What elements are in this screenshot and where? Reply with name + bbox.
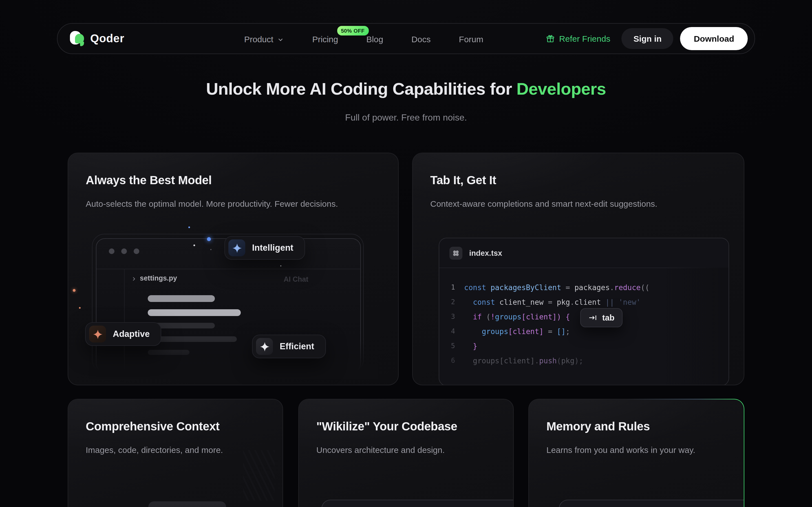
- code-editor-window: index.tsx 1const packagesByClient = pack…: [439, 238, 729, 385]
- star-icon-white-tile: [256, 338, 273, 355]
- hero-title: Unlock More AI Coding Capabilities for D…: [0, 79, 812, 99]
- badge-adaptive: Adaptive: [85, 322, 161, 346]
- file-name: settings.py: [140, 274, 177, 282]
- editor-header: index.tsx: [439, 238, 728, 268]
- tab-key-label: tab: [602, 313, 615, 322]
- card-wikilize-description: Uncovers architecture and design.: [316, 443, 502, 457]
- sparkle-dot: [207, 237, 211, 241]
- sparkle-dot: [280, 265, 282, 267]
- sparkle-dot: [188, 226, 190, 228]
- badge-intelligent-label: Intelligent: [252, 243, 293, 253]
- skeleton-bar: [148, 309, 241, 316]
- hero-title-highlight: Developers: [516, 79, 606, 98]
- card-wikilize: "Wikilize" Your Codebase Uncovers archit…: [298, 399, 514, 507]
- page: Qoder Product Pricing 50% OFF Blog Docs …: [0, 0, 812, 507]
- code-line: 1const packagesByClient = packages.reduc…: [439, 280, 728, 295]
- card-best-model: Always the Best Model Auto-selects the o…: [68, 153, 399, 385]
- star-icon-orange-tile: [89, 326, 106, 342]
- peek-window: [559, 500, 744, 507]
- refer-friends-label: Refer Friends: [559, 34, 610, 43]
- window-dot: [134, 248, 139, 254]
- file-breadcrumb: › settings.py: [133, 274, 177, 282]
- hero-title-prefix: Unlock More AI Coding Capabilities for: [206, 79, 516, 98]
- window-dot: [109, 248, 114, 254]
- editor-filename: index.tsx: [469, 249, 502, 257]
- nav-links: Product Pricing 50% OFF Blog Docs Forum: [244, 24, 483, 55]
- card-tab-it-description: Context-aware completions and smart next…: [430, 197, 718, 211]
- code-line: 5 }: [439, 339, 728, 353]
- brand[interactable]: Qoder: [70, 31, 124, 46]
- refer-friends-link[interactable]: Refer Friends: [546, 34, 610, 43]
- nav-item-pricing[interactable]: Pricing 50% OFF: [312, 34, 338, 44]
- star-icon: [232, 242, 242, 253]
- star-icon-blue-tile: [229, 239, 245, 256]
- card-tab-it: Tab It, Get It Context-aware completions…: [412, 153, 744, 385]
- tab-arrow-icon: [588, 313, 597, 322]
- badge-adaptive-label: Adaptive: [113, 329, 150, 339]
- card-memory-description: Learns from you and works in your way.: [546, 443, 732, 457]
- sparkle-dot: [79, 307, 81, 309]
- peek-window: [321, 500, 514, 507]
- gift-icon: [546, 34, 555, 43]
- nav-actions: Refer Friends Sign in Download: [546, 27, 748, 50]
- nav-item-forum[interactable]: Forum: [459, 34, 484, 44]
- nav-item-pricing-label: Pricing: [312, 34, 338, 44]
- sparkle-dot: [210, 249, 211, 250]
- hero-subtitle: Full of power. Free from noise.: [0, 113, 812, 123]
- sparkle-dot: [73, 289, 75, 292]
- code-line: 2 const client_new = pkg.client || 'new': [439, 295, 728, 309]
- navbar: Qoder Product Pricing 50% OFF Blog Docs …: [57, 23, 755, 54]
- qoder-logo-icon: [70, 31, 85, 46]
- card-best-model-description: Auto-selects the optimal model. More pro…: [86, 197, 351, 211]
- brand-name: Qoder: [90, 32, 124, 45]
- file-type-icon: [449, 246, 462, 260]
- card-context-title: Comprehensive Context: [86, 420, 220, 433]
- badge-intelligent: Intelligent: [224, 236, 305, 260]
- nav-item-blog[interactable]: Blog: [366, 34, 383, 44]
- badge-efficient: Efficient: [252, 335, 326, 358]
- chevron-right-icon: ›: [133, 275, 135, 282]
- star-icon: [92, 329, 103, 339]
- card-memory-rules: Memory and Rules Learns from you and wor…: [528, 399, 744, 507]
- tab-key-hint: tab: [580, 308, 622, 327]
- card-comprehensive-context: Comprehensive Context Images, code, dire…: [68, 399, 283, 507]
- window-dot: [121, 248, 127, 254]
- card-wikilize-title: "Wikilize" Your Codebase: [316, 420, 457, 433]
- ai-chat-tab: AI Chat: [284, 276, 308, 283]
- download-button[interactable]: Download: [680, 27, 748, 50]
- chevron-down-icon: [276, 36, 284, 43]
- card-tab-it-title: Tab It, Get It: [430, 173, 496, 187]
- code-line: 6 groups[client].push(pkg);: [439, 353, 728, 368]
- nav-item-blog-label: Blog: [366, 34, 383, 44]
- skeleton-bar: [148, 295, 215, 302]
- decorative-scratch: [243, 450, 274, 501]
- nav-item-docs[interactable]: Docs: [411, 34, 430, 44]
- sign-in-button[interactable]: Sign in: [622, 28, 673, 49]
- card-memory-title: Memory and Rules: [546, 420, 650, 433]
- nav-item-product[interactable]: Product: [244, 34, 284, 44]
- window-divider: [96, 269, 360, 269]
- star-icon: [259, 341, 270, 352]
- badge-efficient-label: Efficient: [280, 341, 314, 351]
- card-best-model-title: Always the Best Model: [86, 173, 212, 187]
- nav-item-forum-label: Forum: [459, 34, 484, 44]
- sparkle-dot: [193, 244, 195, 246]
- nav-item-docs-label: Docs: [411, 34, 430, 44]
- peek-visual: [148, 501, 226, 507]
- nav-item-product-label: Product: [244, 34, 273, 44]
- pricing-discount-badge: 50% OFF: [337, 26, 368, 36]
